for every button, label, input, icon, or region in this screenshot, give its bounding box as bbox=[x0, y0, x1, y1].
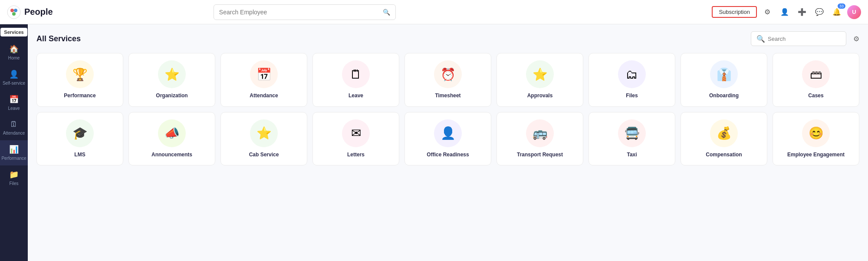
service-card-leave[interactable]: 🗒 Leave bbox=[312, 53, 399, 107]
performance-service-icon: 🏆 bbox=[66, 60, 94, 88]
transport-request-service-icon: 🚌 bbox=[526, 119, 554, 147]
settings-button[interactable]: ⚙ bbox=[760, 5, 774, 19]
service-card-employee-engagement[interactable]: 😊 Employee Engagement bbox=[773, 112, 859, 166]
service-card-lms[interactable]: 🎓 LMS bbox=[36, 112, 123, 166]
lms-service-icon: 🎓 bbox=[66, 119, 94, 147]
service-card-transport-request[interactable]: 🚌 Transport Request bbox=[496, 112, 583, 166]
compensation-service-icon: 💰 bbox=[710, 119, 738, 147]
service-card-organization[interactable]: ⭐ Organization bbox=[128, 53, 215, 107]
svg-point-1 bbox=[10, 9, 14, 12]
app-title: People bbox=[24, 7, 53, 17]
logo-icon bbox=[7, 5, 21, 19]
service-card-taxi[interactable]: 🚍 Taxi bbox=[589, 112, 675, 166]
service-card-cab-service[interactable]: ⭐ Cab Service bbox=[220, 112, 307, 166]
employee-engagement-service-icon: 😊 bbox=[802, 119, 830, 147]
app-logo[interactable]: People bbox=[7, 5, 53, 19]
cab-service-icon: ⭐ bbox=[250, 119, 278, 147]
service-card-approvals[interactable]: ⭐ Approvals bbox=[496, 53, 583, 107]
services-grid-row1: 🏆 Performance ⭐ Organization 📅 Attendanc… bbox=[36, 53, 859, 107]
taxi-service-icon: 🚍 bbox=[618, 119, 646, 147]
leave-service-icon: 🗒 bbox=[342, 60, 370, 88]
top-nav: People 🔍 Subscription ⚙ 👤 ➕ 💬 🔔 33 U bbox=[0, 0, 868, 24]
letters-service-icon: ✉ bbox=[342, 119, 370, 147]
sidebar-item-leave[interactable]: 📅 Leave bbox=[0, 90, 28, 116]
service-card-office-readiness[interactable]: 👤 Office Readiness bbox=[404, 112, 491, 166]
services-grid-row2: 🎓 LMS 📣 Announcements ⭐ Cab Service ✉ Le… bbox=[36, 112, 859, 166]
services-search-input[interactable] bbox=[768, 36, 841, 42]
svg-point-2 bbox=[14, 9, 17, 12]
service-card-compensation[interactable]: 💰 Compensation bbox=[681, 112, 767, 166]
top-nav-right: Subscription ⚙ 👤 ➕ 💬 🔔 33 U bbox=[712, 5, 861, 19]
timesheet-service-icon: ⏰ bbox=[434, 60, 462, 88]
approvals-service-icon: ⭐ bbox=[526, 60, 554, 88]
page-title: All Services bbox=[36, 34, 81, 43]
sidebar-item-self-service[interactable]: 👤 Self-service bbox=[0, 65, 28, 90]
employee-search-bar[interactable]: 🔍 bbox=[214, 4, 396, 20]
profile-button[interactable]: 👤 bbox=[778, 5, 792, 19]
service-card-cases[interactable]: 🗃 Cases bbox=[773, 53, 859, 107]
sidebar-services-tab[interactable]: Services bbox=[0, 28, 27, 36]
employee-search-input[interactable] bbox=[219, 9, 383, 16]
sidebar: Services 🏠 Home 👤 Self-service 📅 Leave 🗓… bbox=[0, 24, 28, 261]
office-readiness-service-icon: 👤 bbox=[434, 119, 462, 147]
files-service-icon: 🗂 bbox=[618, 60, 646, 88]
service-card-files[interactable]: 🗂 Files bbox=[589, 53, 675, 107]
sidebar-item-attendance[interactable]: 🗓 Attendance bbox=[0, 116, 28, 140]
organization-service-icon: ⭐ bbox=[158, 60, 186, 88]
search-icon: 🔍 bbox=[383, 9, 390, 16]
files-icon: 📁 bbox=[9, 170, 19, 179]
services-search-bar[interactable]: 🔍 bbox=[751, 31, 846, 46]
notification-badge: 33 bbox=[838, 3, 845, 9]
service-card-attendance[interactable]: 📅 Attendance bbox=[220, 53, 307, 107]
attendance-icon: 🗓 bbox=[10, 120, 18, 129]
attendance-service-icon: 📅 bbox=[250, 60, 278, 88]
sidebar-item-files[interactable]: 📁 Files bbox=[0, 165, 28, 191]
layout: Services 🏠 Home 👤 Self-service 📅 Leave 🗓… bbox=[0, 24, 868, 261]
add-button[interactable]: ➕ bbox=[795, 5, 809, 19]
announcements-service-icon: 📣 bbox=[158, 119, 186, 147]
services-search-icon: 🔍 bbox=[756, 35, 765, 43]
performance-icon: 📊 bbox=[9, 145, 19, 154]
service-card-performance[interactable]: 🏆 Performance bbox=[36, 53, 123, 107]
cases-service-icon: 🗃 bbox=[802, 60, 830, 88]
main-header: All Services 🔍 ⚙ bbox=[36, 31, 859, 46]
notifications-button[interactable]: 🔔 33 bbox=[830, 5, 844, 19]
main-content: All Services 🔍 ⚙ 🏆 Performance ⭐ Organiz… bbox=[28, 24, 868, 261]
self-service-icon: 👤 bbox=[9, 69, 19, 79]
avatar[interactable]: U bbox=[847, 5, 861, 19]
services-settings-icon[interactable]: ⚙ bbox=[853, 35, 859, 43]
service-card-announcements[interactable]: 📣 Announcements bbox=[128, 112, 215, 166]
chat-button[interactable]: 💬 bbox=[812, 5, 826, 19]
onboarding-service-icon: 👔 bbox=[710, 60, 738, 88]
service-card-timesheet[interactable]: ⏰ Timesheet bbox=[404, 53, 491, 107]
svg-point-3 bbox=[12, 12, 16, 16]
service-card-letters[interactable]: ✉ Letters bbox=[312, 112, 399, 166]
service-card-onboarding[interactable]: 👔 Onboarding bbox=[681, 53, 767, 107]
subscription-button[interactable]: Subscription bbox=[712, 6, 757, 18]
home-icon: 🏠 bbox=[9, 44, 19, 54]
sidebar-item-home[interactable]: 🏠 Home bbox=[0, 40, 28, 65]
sidebar-item-performance[interactable]: 📊 Performance bbox=[0, 140, 28, 165]
leave-icon: 📅 bbox=[9, 95, 19, 104]
